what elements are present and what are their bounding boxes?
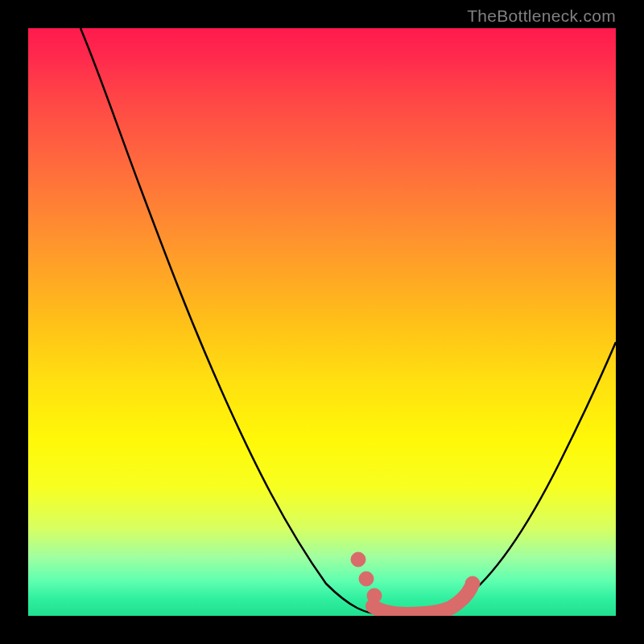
chart-svg <box>28 28 616 616</box>
bottleneck-curve-left <box>80 28 382 614</box>
bottleneck-curve-right <box>382 342 616 614</box>
plot-area <box>28 28 616 616</box>
svg-point-3 <box>465 576 480 591</box>
watermark-text: TheBottleneck.com <box>467 6 616 26</box>
svg-point-0 <box>351 552 365 567</box>
svg-point-1 <box>359 572 374 586</box>
highlight-overlay <box>351 552 480 614</box>
chart-container: TheBottleneck.com <box>0 0 644 644</box>
